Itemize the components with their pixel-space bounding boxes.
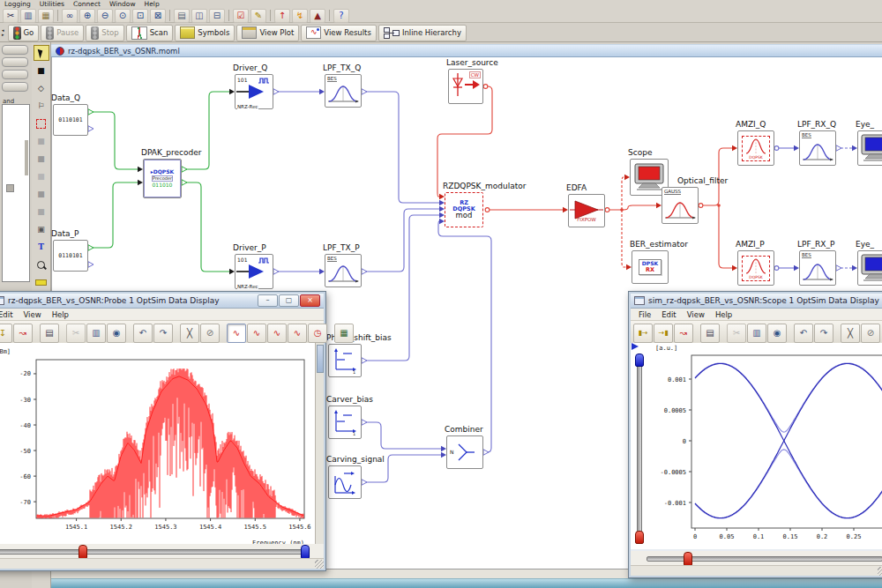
menu-help[interactable]: Help	[711, 310, 736, 319]
cut-button[interactable]: ✂	[66, 324, 86, 343]
block-dpak_precoder[interactable]: ▸DQPSKPrecoder011010	[143, 159, 182, 198]
menu-connect[interactable]: Connect	[69, 0, 105, 9]
toolbar-overflow-icon[interactable]: ◂▸	[2, 28, 4, 37]
block-combiner[interactable]: N	[446, 435, 483, 469]
block-data_p[interactable]: 0110101	[53, 240, 88, 272]
block-driver_p[interactable]: 101NRZ-Rec	[235, 254, 273, 289]
matlab-button[interactable]: ▲	[310, 9, 325, 23]
notes-button[interactable]: ▤	[174, 9, 190, 23]
component-tool-4-button[interactable]: ■	[34, 186, 49, 202]
resize-grip[interactable]	[878, 567, 882, 576]
signal-view-4-button[interactable]: ∿	[288, 324, 307, 343]
symbols-button[interactable]: Symbols	[175, 25, 235, 41]
slider-handle-max[interactable]	[301, 545, 310, 559]
slider-handle-max[interactable]	[635, 354, 644, 367]
slider-track[interactable]	[0, 549, 310, 555]
snapshot-button[interactable]: ◉	[767, 324, 787, 343]
block-ber_estimator[interactable]: DPSKRX	[632, 250, 669, 284]
select-cursor-button[interactable]	[34, 45, 49, 61]
component-tool-1-button[interactable]: ■	[34, 133, 49, 149]
block-data_q[interactable]: 0110101	[53, 104, 88, 136]
component-tool-3-button[interactable]: ■	[34, 168, 49, 184]
slider-handle-min[interactable]	[78, 545, 87, 559]
signal-view-2-button[interactable]: ∿	[247, 324, 266, 343]
block-phase_shift_bias[interactable]: 1	[328, 344, 362, 377]
flag-tool-button[interactable]: ⚐	[34, 98, 49, 114]
probe-window-titlebar[interactable]: rz-dqpsk_BER_vs_OSNR:Probe 1 OptSim Data…	[0, 294, 324, 309]
block-lpf_tx_p[interactable]: BES	[325, 254, 362, 287]
print-button[interactable]: ▤	[40, 324, 59, 343]
library-scrollbar[interactable]	[25, 140, 28, 175]
close-button[interactable]: ×	[300, 294, 320, 307]
export-data-button[interactable]: ↧	[0, 324, 12, 343]
signal-view-3-button[interactable]: ∿	[267, 324, 287, 343]
menu-logging[interactable]: Logging	[0, 0, 35, 9]
block-laser_source[interactable]: CW	[448, 69, 483, 104]
table-view-button[interactable]: ▦	[334, 324, 354, 343]
cut-button[interactable]: ✂	[727, 324, 746, 343]
view-plot-button[interactable]: View Plot	[236, 25, 299, 41]
help-button[interactable]: ?	[333, 9, 349, 23]
eraser-button[interactable]: ⊘	[861, 324, 880, 343]
library-button[interactable]	[2, 82, 28, 92]
text-tool-button[interactable]: T	[34, 239, 49, 255]
stop-button[interactable]: Stop	[86, 25, 123, 41]
marker-tool-button[interactable]	[34, 274, 49, 290]
menu-file[interactable]: File	[634, 310, 655, 319]
edit-params-button[interactable]: ✎	[250, 9, 266, 23]
block-optical_filter[interactable]: GAUSS	[662, 187, 699, 224]
library-button[interactable]	[2, 57, 28, 67]
eraser-button[interactable]: ⊘	[200, 324, 220, 343]
view-results-button[interactable]: ∿View Results	[301, 25, 377, 41]
magnifier-tool-button[interactable]	[34, 257, 49, 272]
library-list[interactable]	[2, 104, 30, 282]
inline-hierarchy-button[interactable]: Inline Hierarchy	[378, 25, 467, 41]
cut-button[interactable]: ✂	[3, 9, 19, 23]
block-driver_q[interactable]: 101NRZ-Rec	[235, 74, 273, 109]
block-carving_signal[interactable]	[328, 465, 362, 499]
undo-button[interactable]: ↶	[133, 324, 153, 343]
slider-handle-min[interactable]	[684, 552, 692, 566]
paste-button[interactable]: ▦	[38, 9, 54, 23]
zoom-out-button[interactable]: ⊖	[97, 9, 113, 23]
slider-handle-min[interactable]	[635, 531, 644, 544]
schematic-tab[interactable]: rz-dqpsk_BER_vs_OSNR.moml	[51, 44, 882, 57]
copy-button[interactable]: ▥	[747, 324, 766, 343]
run-fast-button[interactable]: ↯	[292, 9, 308, 23]
scan-button[interactable]: Scan	[126, 25, 174, 41]
menu-window[interactable]: Window	[105, 0, 140, 9]
diamond-tool-button[interactable]: ◇	[34, 80, 49, 96]
copy-button[interactable]: ▥	[20, 9, 36, 23]
menu-view[interactable]: View	[683, 310, 709, 319]
upload-button[interactable]: ↑	[274, 9, 290, 23]
import-data-button[interactable]: →▮	[654, 324, 673, 343]
block-lpf_rx_p[interactable]: BES	[799, 250, 836, 286]
print-button[interactable]: ▤	[700, 324, 720, 343]
zoom-extents-button[interactable]: ╳	[180, 324, 199, 343]
copy-button[interactable]: ▥	[86, 324, 106, 343]
menu-edit[interactable]: Edit	[0, 310, 17, 319]
find-button[interactable]: ∞	[62, 9, 78, 23]
redo-button[interactable]: ↷	[153, 324, 173, 343]
block-lpf_tx_q[interactable]: BES	[325, 74, 362, 108]
library-button[interactable]	[2, 45, 28, 55]
library-list-item[interactable]	[6, 184, 14, 192]
zoom-region-button[interactable]: ⊡	[132, 9, 148, 23]
check-run-button[interactable]: ☑	[233, 9, 249, 23]
time-view-button[interactable]: ◷	[308, 324, 327, 343]
zoom-fit-button[interactable]: ⊠	[150, 9, 166, 23]
slider-track[interactable]	[637, 354, 642, 544]
go-button[interactable]: Go	[8, 25, 40, 41]
pause-button[interactable]: Pause	[41, 25, 84, 41]
block-eye_q[interactable]	[857, 130, 882, 166]
scope-window-titlebar[interactable]: sim_rz-dqpsk_BER_vs_OSNR:Scope 1 OptSim …	[631, 294, 882, 309]
split-columns-button[interactable]: ◫	[191, 9, 207, 23]
zoom-in-button[interactable]: ⊕	[79, 9, 95, 23]
image-tool-button[interactable]: ▣	[34, 221, 49, 237]
slider-track[interactable]	[647, 556, 882, 562]
undo-button[interactable]: ↶	[794, 324, 813, 343]
library-button[interactable]	[2, 70, 28, 79]
export-plot-button[interactable]: ↝	[674, 324, 693, 343]
block-lpf_rx_q[interactable]: BES	[799, 130, 836, 166]
menu-view[interactable]: View	[19, 310, 45, 319]
